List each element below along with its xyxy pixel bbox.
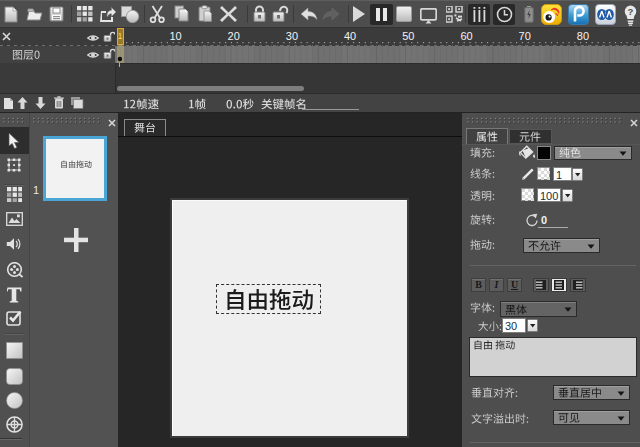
svg-text:?: ? <box>628 6 634 17</box>
